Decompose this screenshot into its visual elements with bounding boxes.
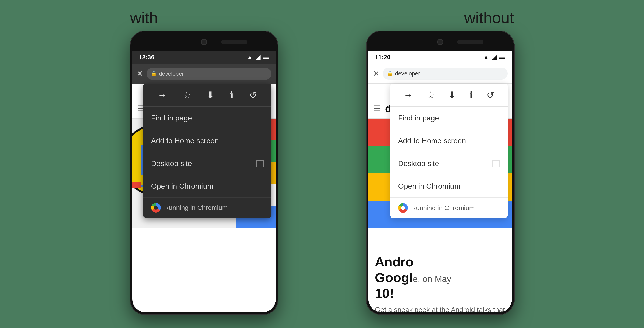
url-text-left: developer <box>159 70 184 77</box>
chromium-logo-dark <box>151 203 161 212</box>
without-label: without <box>464 9 514 27</box>
download-icon[interactable]: ⬇ <box>207 90 214 100</box>
desktop-checkbox-dark[interactable] <box>256 160 264 167</box>
url-bar-right[interactable]: 🔒 developer <box>383 68 508 80</box>
light-menu: → ☆ ⬇ ℹ ↺ Find in page Add to Home scree… <box>390 84 508 218</box>
android-title: AndroGoogle, on May10! <box>375 254 505 301</box>
add-to-home-light[interactable]: Add to Home screen <box>390 130 508 152</box>
side-button-left-top <box>130 74 130 88</box>
running-in-chromium-dark: Running in Chromium <box>164 204 228 212</box>
star-icon-light[interactable]: ☆ <box>426 90 435 100</box>
time-right: 11:20 <box>375 54 391 61</box>
browser-bar-light: ✕ 🔒 developer <box>368 64 512 84</box>
left-phone-screen: 12:36 ▲ ◢ ▬ ✕ 🔒 developer <box>132 51 276 312</box>
open-chromium-label-light: Open in Chromium <box>398 182 460 190</box>
find-in-page-dark[interactable]: Find in page <box>143 107 272 130</box>
status-bar-dark: 12:36 ▲ ◢ ▬ <box>132 51 276 64</box>
light-menu-icons: → ☆ ⬇ ℹ ↺ <box>390 84 508 107</box>
add-to-home-label-light: Add to Home screen <box>398 136 466 145</box>
phone-top-bar <box>132 33 276 51</box>
download-icon-light[interactable]: ⬇ <box>448 90 456 100</box>
add-to-home-dark[interactable]: Add to Home screen <box>143 130 272 152</box>
dark-menu-icons: → ☆ ⬇ ℹ ↺ <box>143 84 272 107</box>
dark-menu: → ☆ ⬇ ℹ ↺ Find in page Add to Home scree… <box>143 84 272 218</box>
running-in-chromium-footer-light: Running in Chromium <box>390 198 508 218</box>
info-icon-light[interactable]: ℹ <box>470 90 473 100</box>
open-in-chromium-light[interactable]: Open in Chromium <box>390 175 508 198</box>
wifi-icon-left: ▲ <box>247 54 253 61</box>
wifi-icon-right: ▲ <box>483 54 489 61</box>
camera-right <box>437 39 443 45</box>
close-button-left[interactable]: ✕ <box>137 69 143 78</box>
info-icon[interactable]: ℹ <box>230 90 234 100</box>
signal-icon-left: ◢ <box>256 54 260 61</box>
find-in-page-light[interactable]: Find in page <box>390 107 508 130</box>
refresh-icon-light[interactable]: ↺ <box>486 90 494 100</box>
desktop-site-light[interactable]: Desktop site <box>390 152 508 175</box>
android-subtitle: Get a sneak peek at the Android talks th… <box>375 306 505 312</box>
right-side-button-right <box>514 85 514 103</box>
browser-bar-dark: ✕ 🔒 developer <box>132 64 276 84</box>
battery-icon-right: ▬ <box>499 54 505 61</box>
star-icon[interactable]: ☆ <box>182 90 191 100</box>
forward-icon[interactable]: → <box>158 90 167 100</box>
speaker-right <box>457 40 484 44</box>
open-chromium-label-dark: Open in Chromium <box>151 182 214 190</box>
signal-icon-right: ◢ <box>492 54 496 61</box>
right-phone: 11:20 ▲ ◢ ▬ ✕ 🔒 developer <box>366 30 514 315</box>
open-in-chromium-dark[interactable]: Open in Chromium <box>143 175 272 198</box>
android-content-right: AndroGoogle, on May10! Get a sneak peek … <box>368 248 512 312</box>
status-icons-right: ▲ ◢ ▬ <box>483 54 505 61</box>
lock-icon-right: 🔒 <box>387 71 393 76</box>
side-button-left-bottom <box>130 94 130 116</box>
desktop-site-label-dark: Desktop site <box>151 159 192 168</box>
running-in-chromium-light: Running in Chromium <box>411 204 475 212</box>
close-button-right[interactable]: ✕ <box>373 69 380 78</box>
hamburger-icon-right[interactable]: ☰ <box>374 104 381 113</box>
lock-icon-left: 🔒 <box>151 71 157 76</box>
status-bar-light: 11:20 ▲ ◢ ▬ <box>368 51 512 64</box>
status-icons-left: ▲ ◢ ▬ <box>247 54 269 61</box>
right-side-button-left-bottom <box>366 94 366 116</box>
phone-top-bar-right <box>368 33 512 51</box>
right-side-button-left-top <box>366 74 366 88</box>
desktop-checkbox-light[interactable] <box>492 160 500 167</box>
url-text-right: developer <box>395 70 420 77</box>
time-left: 12:36 <box>139 54 154 61</box>
running-in-chromium-footer-dark: Running in Chromium <box>143 198 272 218</box>
right-phone-screen: 11:20 ▲ ◢ ▬ ✕ 🔒 developer <box>368 51 512 312</box>
with-label: with <box>130 9 158 27</box>
url-bar-left[interactable]: 🔒 developer <box>146 68 272 80</box>
desktop-site-label-light: Desktop site <box>398 159 439 168</box>
desktop-site-dark[interactable]: Desktop site <box>143 152 272 175</box>
side-button-right <box>278 85 278 103</box>
camera <box>201 39 207 45</box>
chromium-logo-light <box>398 203 408 213</box>
battery-icon-left: ▬ <box>263 54 269 61</box>
speaker <box>221 40 247 44</box>
svg-rect-3 <box>132 182 141 188</box>
refresh-icon[interactable]: ↺ <box>249 90 257 100</box>
left-phone: 12:36 ▲ ◢ ▬ ✕ 🔒 developer <box>130 30 278 315</box>
forward-icon-light[interactable]: → <box>404 90 413 100</box>
add-to-home-label-dark: Add to Home screen <box>151 136 219 145</box>
find-in-page-label-light: Find in page <box>398 114 439 122</box>
find-in-page-label-dark: Find in page <box>151 114 192 122</box>
